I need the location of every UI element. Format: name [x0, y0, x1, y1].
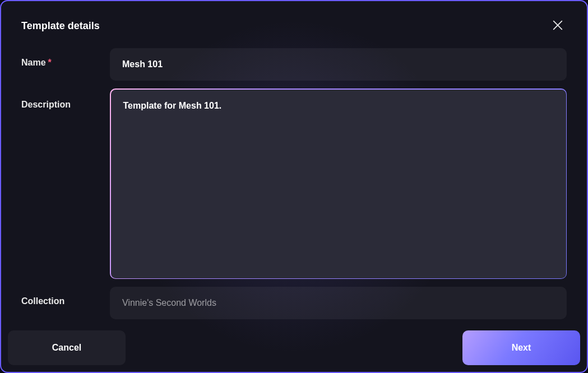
name-label-col: Name*	[21, 48, 110, 68]
description-label: Description	[21, 100, 71, 109]
name-label: Name	[21, 58, 46, 67]
required-asterisk: *	[48, 58, 52, 67]
collection-input-col	[110, 287, 567, 319]
template-details-dialog: Template details Name* Description	[0, 0, 588, 373]
form-body: Name* Description Collection	[1, 48, 587, 319]
close-button[interactable]	[549, 17, 567, 35]
name-input[interactable]	[110, 48, 567, 81]
description-focus-ring	[110, 88, 567, 279]
name-row: Name*	[21, 48, 567, 81]
dialog-header: Template details	[1, 1, 587, 48]
description-input-col	[110, 88, 567, 279]
collection-input[interactable]	[110, 287, 567, 319]
dialog-title: Template details	[21, 20, 100, 32]
next-button[interactable]: Next	[462, 330, 580, 365]
cancel-button[interactable]: Cancel	[8, 330, 126, 365]
dialog-footer: Cancel Next	[8, 330, 580, 365]
name-input-col	[110, 48, 567, 81]
collection-label-col: Collection	[21, 287, 110, 306]
collection-row: Collection	[21, 287, 567, 319]
description-label-col: Description	[21, 88, 110, 110]
collection-label: Collection	[21, 296, 64, 306]
close-icon	[552, 19, 564, 33]
description-input[interactable]	[111, 90, 566, 278]
description-row: Description	[21, 88, 567, 279]
